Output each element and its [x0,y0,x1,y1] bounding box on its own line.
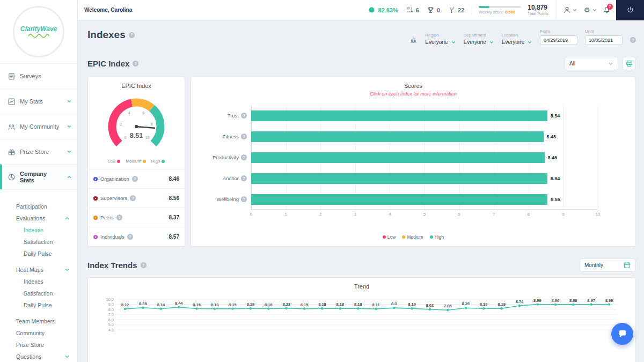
scores-subtitle: Click on each Index for more information [191,91,635,97]
trends-section-head: Index Trends ? Monthly [87,258,636,272]
logout-button[interactable] [616,0,644,20]
svg-text:8.16: 8.16 [193,302,201,307]
sidebar-item-company-stats[interactable]: Company Stats [0,164,77,189]
page-title: Indexes [87,29,126,41]
svg-text:8.12: 8.12 [121,302,129,307]
help-icon[interactable]: ? [130,195,136,201]
filter-region-select[interactable]: Everyone [425,39,456,45]
svg-text:6.0: 6.0 [108,317,114,322]
score-bar-anchor[interactable] [251,173,547,184]
sidebar-subitem-questions[interactable]: Questions [0,351,77,362]
sidebar-subitem-participation[interactable]: Participation [0,201,77,212]
legend-medium: Medium [402,234,423,240]
sidebar-subitem-daily-pulse[interactable]: Daily Pulse [0,299,77,311]
sidebar-item-my-stats[interactable]: My Stats [0,88,77,114]
help-icon[interactable]: ? [241,113,247,119]
sidebar-subitem-prize-store[interactable]: Prize Store [0,339,77,351]
help-icon[interactable]: ? [241,154,247,160]
filter-from: From04/29/2019 [540,29,577,45]
weekly-score-label: Weekly score [479,10,503,14]
svg-text:8.18: 8.18 [354,302,362,307]
sidebar-subitem-indexes[interactable]: Indexes [0,224,77,236]
header-stat-epic-score-icon[interactable]: 82.83% [368,6,398,14]
period-value: Monthly [584,262,603,268]
sidebar-subitem-team-members[interactable]: Team Members [0,315,77,327]
help-icon[interactable]: ? [116,215,122,220]
help-icon[interactable]: ? [241,196,247,202]
sidebar-nav: SurveysMy StatsMy CommunityPrize StoreCo… [0,63,77,190]
filter-from-input[interactable]: 04/29/2019 [540,35,577,45]
sidebar-subitem-indexes[interactable]: Indexes [0,276,77,287]
breakdown-peers[interactable]: Peers?8.37 [88,208,185,227]
svg-text:2: 2 [120,122,122,126]
welcome-text: Welcome, Carolina [84,7,132,13]
svg-text:8.18: 8.18 [480,302,488,307]
chat-button[interactable] [611,323,633,345]
score-bar-wellbeing[interactable] [251,194,547,205]
header-stat-ranking-icon[interactable]: 6 [406,6,419,14]
help-icon[interactable]: ? [129,32,135,38]
sidebar-item-my-community[interactable]: My Community [0,114,77,139]
score-bar-productivity[interactable] [251,152,545,163]
epic-gauge-chart: 02468108.51 [96,90,177,158]
epic-section-head: EPIC Index ? All [87,57,636,70]
gear-icon: ⚙ [583,6,591,14]
breakdown-supervisors[interactable]: Supervisors?8.56 [88,188,185,208]
period-select[interactable]: Monthly [580,258,636,272]
svg-text:8.18: 8.18 [318,302,326,307]
sidebar-subitem-evaluations[interactable]: Evaluations [0,212,77,224]
sidebar-subitem-community[interactable]: Community [0,327,77,339]
header-stat-trophy-icon[interactable]: 0 [427,6,440,14]
logo-text: ClarityWave [20,25,57,33]
svg-text:5.0: 5.0 [108,322,114,327]
help-icon[interactable]: ? [141,262,147,268]
sidebar-subitem-heat-maps[interactable]: Heat Maps [0,264,77,276]
profile-menu[interactable] [562,4,579,16]
chevron-down-icon [451,40,456,45]
breakdown-organization[interactable]: Organization?8.46 [88,169,185,188]
epic-cards-row: EPIC Index 02468108.51 LowMediumHigh Org… [87,77,636,247]
help-icon[interactable]: ? [133,61,138,67]
score-bar-trust[interactable] [251,110,547,121]
filter-region: RegionEveryone [425,33,456,45]
index-filter-select[interactable]: All [565,57,618,70]
print-button[interactable] [623,57,636,70]
filter-department-select[interactable]: Everyone [464,39,494,45]
sidebar-item-prize-store[interactable]: Prize Store [0,139,77,164]
sidebar-subitem-daily-pulse[interactable]: Daily Pulse [0,248,77,260]
header-icons: ⚙ 7 [556,0,612,20]
logo[interactable]: ClarityWave [0,0,77,63]
filter-until-input[interactable]: 10/05/2021 [585,35,623,45]
help-icon[interactable]: ? [630,37,636,43]
sidebar-subitem-satisfaction[interactable]: Satisfaction [0,287,77,299]
sidebar-subitem-satisfaction[interactable]: Satisfaction [0,236,77,248]
score-bar-fitness[interactable] [251,131,544,142]
weekly-progressbar [479,6,521,8]
chevron-down-icon [64,267,70,272]
help-icon[interactable]: ? [241,175,247,181]
svg-text:8.35: 8.35 [139,301,147,306]
ring-icon [93,235,98,239]
svg-text:8.96: 8.96 [569,298,577,303]
chevron-down-icon [592,8,597,13]
index-filter-value: All [569,61,575,67]
header-stat-wishbone-icon[interactable]: 22 [448,6,464,14]
notifications-button[interactable]: 7 [602,4,612,16]
chevron-down-icon [67,149,72,154]
chevron-down-icon [67,124,72,129]
scores-plot: Trust?8.54Fitness?8.43Productivity?8.46A… [191,105,635,210]
header-stats: 82.83%6022 [368,6,472,14]
settings-menu[interactable]: ⚙ [582,4,598,16]
filter-location-select[interactable]: Everyone [502,39,532,45]
svg-text:8.0: 8.0 [108,307,114,312]
legend-high: High [151,159,165,164]
help-icon[interactable]: ? [241,134,247,139]
help-icon[interactable]: ? [132,176,138,182]
sidebar-item-surveys[interactable]: Surveys [0,63,77,88]
help-icon[interactable]: ? [127,234,133,240]
main-content: Indexes ? RegionEveryoneDepartmentEveryo… [78,20,644,362]
scores-axis: 012345678910 [251,212,598,219]
filter-until: Until10/05/2021 [585,29,623,45]
breakdown-individuals[interactable]: Individuals?8.57 [88,227,185,246]
export-chart-icon[interactable] [409,35,418,43]
